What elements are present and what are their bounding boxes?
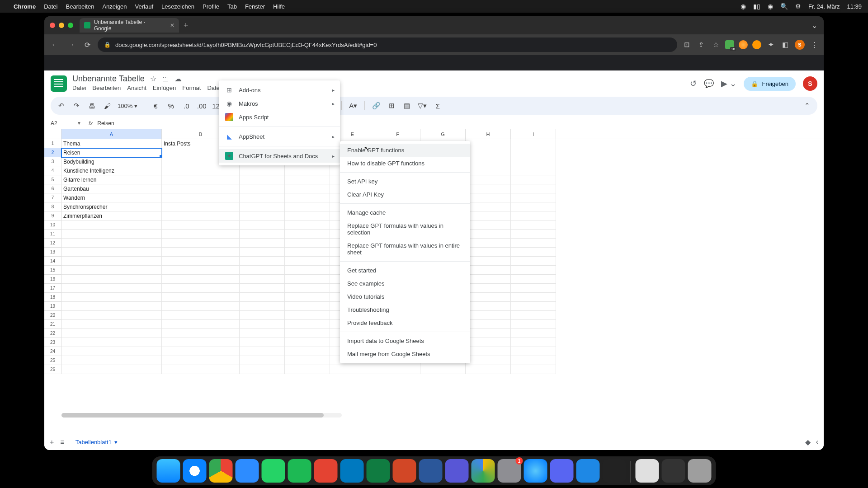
menubar-item[interactable]: Lesezeichen [161,3,194,10]
menubar-item[interactable]: Hilfe [273,3,285,10]
menu-item-appsheet[interactable]: ◣ AppSheet▸ [219,130,340,143]
cell[interactable] [466,184,511,193]
row-header[interactable]: 13 [44,248,61,257]
cell[interactable] [162,166,240,175]
cell[interactable] [466,356,511,365]
menubar-item[interactable]: Bearbeiten [66,3,94,10]
menu-item-chatgpt[interactable]: ✦ ChatGPT for Sheets and Docs▸ [219,149,340,163]
control-center-icon[interactable]: ⚙ [795,3,801,10]
extension-icon[interactable] [739,40,748,49]
cell[interactable] [511,356,556,365]
cell[interactable]: Wandern [61,193,162,202]
row-header[interactable]: 2 [44,148,61,157]
cell[interactable] [511,166,556,175]
cell[interactable] [162,347,240,356]
cell[interactable] [61,302,162,311]
menu-bearbeiten[interactable]: Bearbeiten [92,84,121,93]
cell[interactable] [162,257,240,266]
cell[interactable] [466,311,511,320]
cell[interactable] [240,166,285,175]
cell[interactable] [162,230,240,239]
cell[interactable] [511,193,556,202]
cell[interactable]: Bodybuilding [61,157,162,166]
new-tab-button[interactable]: + [184,21,189,30]
submenu-item[interactable]: Set API key [340,175,470,188]
cloud-status-icon[interactable]: ☁ [175,75,182,83]
cell[interactable] [240,211,285,221]
cell[interactable] [285,338,330,347]
col-header-A[interactable]: A [61,129,162,139]
extension-icon[interactable] [752,40,761,49]
menu-ansicht[interactable]: Ansicht [127,84,146,93]
print-button[interactable]: 🖶 [87,102,97,110]
namebox-dropdown-icon[interactable]: ▼ [77,121,81,126]
cell[interactable] [466,338,511,347]
cell[interactable] [466,148,511,157]
menubar-item[interactable]: Tab [227,3,237,10]
cell[interactable] [61,365,162,374]
submenu-item[interactable]: Clear API Key [340,188,470,201]
cell[interactable] [162,193,240,202]
cell[interactable] [466,166,511,175]
cell[interactable] [240,257,285,266]
bookmark-icon[interactable]: ☆ [711,40,721,50]
row-header[interactable]: 19 [44,302,61,311]
cell[interactable] [511,202,556,211]
cell[interactable] [162,184,240,193]
cell[interactable] [285,239,330,248]
cell[interactable] [240,239,285,248]
row-header[interactable]: 17 [44,284,61,293]
cell[interactable] [466,284,511,293]
cell[interactable] [61,275,162,284]
row-header[interactable]: 6 [44,184,61,193]
row-header[interactable]: 8 [44,202,61,211]
cell[interactable] [61,284,162,293]
row-header[interactable]: 1 [44,139,61,148]
cell[interactable] [285,166,330,175]
cell[interactable] [466,202,511,211]
sheets-logo-icon[interactable] [51,75,67,92]
link-button[interactable]: 🔗 [371,102,381,110]
dock-finder[interactable] [157,459,180,483]
filter-button[interactable]: ▽▾ [417,102,427,110]
dock-powerpoint[interactable] [393,459,416,483]
cell[interactable] [240,365,285,374]
dock-drive[interactable] [472,459,495,483]
back-button[interactable]: ← [49,41,61,49]
name-box[interactable]: A2 [44,120,77,127]
doc-title[interactable]: Unbenannte Tabelle [72,74,145,84]
cell[interactable] [285,175,330,184]
cell[interactable] [285,311,330,320]
cell[interactable] [240,230,285,239]
cell[interactable] [162,175,240,184]
formula-input[interactable]: Reisen [97,120,114,127]
cell[interactable] [511,284,556,293]
cell[interactable] [162,302,240,311]
menubar-item[interactable]: Datei [44,3,57,10]
submenu-item[interactable]: Manage cache [340,206,470,219]
cell[interactable]: Thema [61,139,162,148]
cell[interactable] [240,221,285,230]
menubar-date[interactable]: Fr. 24. März [808,3,840,10]
menu-item-apps-script[interactable]: Apps Script [219,110,340,124]
cell[interactable] [511,248,556,257]
dock-todoist[interactable] [314,459,338,483]
cell[interactable] [511,347,556,356]
dock-discord[interactable] [550,459,574,483]
window-close-button[interactable] [50,23,55,28]
sheet-tab-menu-icon[interactable]: ▾ [114,439,118,446]
cell[interactable] [285,293,330,302]
cell[interactable] [240,175,285,184]
reload-button[interactable]: ⟳ [81,41,93,49]
cell[interactable] [162,293,240,302]
cell[interactable] [285,230,330,239]
toolbar-collapse-icon[interactable]: ⌃ [802,102,812,110]
cell[interactable] [285,365,330,374]
cell[interactable] [240,302,285,311]
undo-button[interactable]: ↶ [56,102,66,110]
row-header[interactable]: 24 [44,347,61,356]
window-maximize-button[interactable] [68,23,73,28]
col-header-F[interactable]: F [375,129,420,139]
cell[interactable] [162,356,240,365]
cell[interactable] [285,257,330,266]
